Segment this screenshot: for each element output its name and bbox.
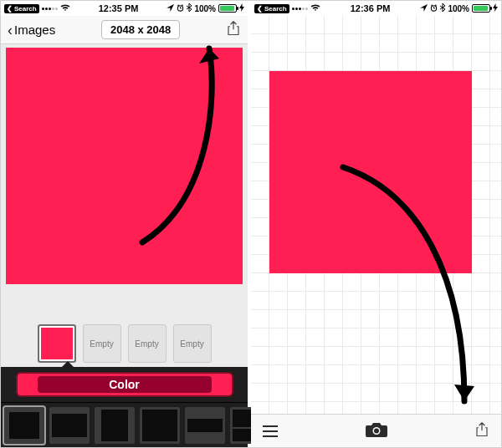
color-square [6,48,243,284]
status-bar: ❮ Search 12:35 PM [1,1,248,16]
artwork-square[interactable] [269,71,472,273]
breadcrumb-search-chip[interactable]: ❮ Search [4,4,39,13]
template-2[interactable] [49,407,90,444]
signal-strength-icon [42,8,58,10]
svg-point-3 [374,428,379,433]
battery-icon [218,4,237,13]
template-5[interactable] [185,407,225,444]
canvas-area[interactable] [1,44,248,318]
battery-icon [472,4,490,13]
status-bar: ❮ Search 12:36 PM [251,1,501,16]
template-3[interactable] [95,407,135,444]
share-icon [474,422,489,437]
color-bar: Color [1,367,248,402]
bluetooth-icon [440,3,445,13]
swatch-2[interactable]: Empty [83,324,121,363]
phone-right: ❮ Search 12:36 PM [251,1,501,447]
bluetooth-icon [187,3,192,13]
swatch-4-label: Empty [180,339,203,349]
clock: 12:36 PM [351,3,391,13]
search-chip-label: Search [264,5,287,13]
color-button[interactable]: Color [16,372,233,397]
swatch-3[interactable]: Empty [128,324,166,363]
swatch-3-label: Empty [135,339,158,349]
dimensions-button[interactable]: 2048 x 2048 [101,20,180,39]
back-label: Images [14,23,55,37]
swatch-2-label: Empty [90,339,113,349]
battery-pct: 100% [194,4,216,13]
chevron-left-icon: ❮ [7,5,13,13]
camera-button[interactable] [366,422,387,440]
chevron-left-icon: ‹ [8,23,13,38]
bottom-toolbar [251,414,501,447]
template-1[interactable] [4,407,44,444]
swatch-row: Empty Empty Empty [1,318,248,367]
clock: 12:35 PM [99,3,139,13]
menu-button[interactable] [263,425,278,437]
phone-left: ❮ Search 12:35 PM [1,1,251,447]
swatch-1[interactable] [38,324,76,363]
wifi-icon [310,4,320,13]
charging-icon [493,3,498,13]
alarm-icon [177,4,184,13]
search-chip-label: Search [14,5,37,13]
share-icon [226,21,241,36]
color-button-label: Color [109,378,140,391]
wifi-icon [60,4,70,13]
screenshot-pair: ❮ Search 12:35 PM [0,0,502,448]
camera-icon [366,422,387,437]
swatch-4[interactable]: Empty [173,324,212,363]
swatch-pointer-icon [61,361,74,368]
share-button[interactable] [474,422,489,440]
grid-canvas[interactable] [251,16,501,414]
menu-icon [263,425,278,427]
template-strip[interactable] [1,402,248,447]
template-4[interactable] [140,407,180,444]
chevron-left-icon: ❮ [257,5,263,13]
breadcrumb-search-chip[interactable]: ❮ Search [254,4,289,13]
nav-bar: ‹ Images 2048 x 2048 [1,16,248,44]
battery-pct: 100% [448,4,469,13]
signal-strength-icon [292,8,308,10]
share-button[interactable] [226,21,241,39]
charging-icon [239,3,244,13]
alarm-icon [430,4,438,13]
back-button[interactable]: ‹ Images [8,23,55,38]
navigation-icon [420,4,428,13]
navigation-icon [166,4,174,13]
